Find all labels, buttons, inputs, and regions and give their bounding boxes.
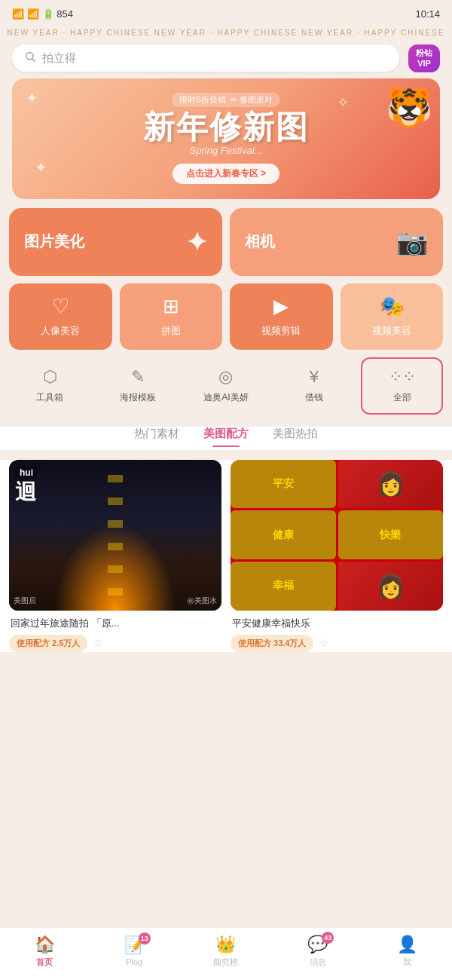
nav-plog[interactable]: 📝 Plog 13 <box>124 936 145 966</box>
card-watermark-right: ㊙美图水 <box>187 596 217 606</box>
portrait-label: 人像美容 <box>41 324 80 338</box>
btn-loan[interactable]: ¥ 借钱 <box>273 357 355 415</box>
btn-poster-template[interactable]: ✎ 海报模板 <box>97 357 179 415</box>
status-bar: 📶 📶 🔋 854 10:14 <box>0 0 452 27</box>
video-beauty-icon: 🎭 <box>380 295 404 318</box>
tiger-decoration: 🐯 <box>386 86 432 130</box>
btn-photo-beauty[interactable]: 图片美化 ✦ <box>9 208 222 276</box>
ticker-text: NEW YEAR · HAPPY CHINESE NEW YEAR · HAPP… <box>8 29 445 37</box>
sparkle-icon-3: ✧ <box>337 93 350 112</box>
vip-badge[interactable]: 粉钻 VIP <box>408 44 440 72</box>
bottom-nav: 🏠 首页 📝 Plog 13 👑 颜究榜 💬 消息 43 👤 我 <box>0 927 452 980</box>
camera-label: 相机 <box>245 231 275 252</box>
btn-camera[interactable]: 相机 📷 <box>230 208 443 276</box>
content-card-1[interactable]: hui 迴 美图后 ㊙美图水 回家过年旅途随拍 「原... 使用配方 2.5万人… <box>9 460 221 652</box>
collage-icon: ⊞ <box>163 295 179 318</box>
nav-home[interactable]: 🏠 首页 <box>35 935 55 968</box>
tab-hot-photo-label: 美图热拍 <box>273 427 318 439</box>
btn-ai-beauty[interactable]: ◎ 迪奥AI美妍 <box>185 357 267 415</box>
poster-label: 海报模板 <box>120 391 156 404</box>
btn-collage[interactable]: ⊞ 拼图 <box>120 283 223 350</box>
nav-profile-label: 我 <box>403 957 411 968</box>
card-image-2: 平安 健康 快樂 幸福 <box>231 460 443 611</box>
time-display: 10:14 <box>415 8 440 20</box>
star-icon-1[interactable]: ☆ <box>93 637 103 649</box>
loan-icon: ¥ <box>310 367 319 387</box>
five-grid: ⬡ 工具箱 ✎ 海报模板 ◎ 迪奥AI美妍 ¥ 借钱 ⁘⁘ 全部 <box>9 357 443 415</box>
sparkle-icon-1: ✦ <box>26 89 38 107</box>
nav-home-label: 首页 <box>36 957 53 968</box>
photo-beauty-icon: ✦ <box>186 227 207 257</box>
banner-promo-text: 限时5折促销 <box>179 94 225 106</box>
ticker-bar: NEW YEAR · HAPPY CHINESE NEW YEAR · HAPP… <box>0 27 452 38</box>
nav-message-label: 消息 <box>310 957 326 968</box>
all-icon: ⁘⁘ <box>389 367 416 387</box>
poster-icon: ✎ <box>131 367 145 387</box>
nav-rank[interactable]: 👑 颜究榜 <box>213 935 238 968</box>
nav-message[interactable]: 💬 消息 43 <box>307 935 328 968</box>
loan-label: 借钱 <box>305 391 323 404</box>
tabs-bar: 热门素材 美图配方 美图热拍 <box>0 427 452 451</box>
ai-beauty-label: 迪奥AI美妍 <box>203 391 248 404</box>
tab-beauty-recipe[interactable]: 美图配方 <box>203 427 249 444</box>
card-meta-2: 使用配方 33.4万人 ☆ <box>231 635 443 652</box>
video-beauty-label: 视频美容 <box>372 324 411 338</box>
banner-edit-text: ✏ 修图派对 <box>231 94 273 106</box>
banner-promo-tag: 限时5折促销 ✏ 修图派对 <box>172 93 279 107</box>
svg-point-0 <box>26 53 33 60</box>
tab-beauty-recipe-label: 美图配方 <box>203 427 249 439</box>
toolbox-label: 工具箱 <box>36 391 63 404</box>
search-icon <box>24 51 36 66</box>
collage-label: 拼图 <box>161 324 181 338</box>
video-edit-label: 视频剪辑 <box>261 324 301 338</box>
tab-hot-material[interactable]: 热门素材 <box>134 427 179 444</box>
status-left: 📶 📶 🔋 854 <box>12 8 73 20</box>
mini-cell-xing-fu: 幸福 <box>231 562 336 611</box>
portrait-icon: ♡ <box>52 295 69 318</box>
nav-profile[interactable]: 👤 我 <box>397 935 417 968</box>
tab-hot-material-label: 热门素材 <box>134 427 179 439</box>
home-icon: 🏠 <box>35 935 55 954</box>
card-label-hui2: 迴 <box>15 478 36 507</box>
mini-cell-kuai-le: 快樂 <box>338 510 444 559</box>
camera-icon: 📷 <box>396 227 428 257</box>
nav-rank-label: 颜究榜 <box>213 957 238 968</box>
plog-badge: 13 <box>139 933 151 945</box>
signal-icon: 📶 <box>12 8 24 20</box>
btn-all[interactable]: ⁘⁘ 全部 <box>361 357 443 415</box>
tab-hot-photo[interactable]: 美图热拍 <box>273 427 318 444</box>
search-input-wrap[interactable]: 拍立得 <box>12 44 399 72</box>
btn-video-beauty[interactable]: 🎭 视频美容 <box>341 283 444 350</box>
content-card-2[interactable]: 平安 健康 快樂 幸福 平安健康幸福快乐 使用配方 33.4万人 ☆ <box>231 460 443 652</box>
rank-icon: 👑 <box>215 935 236 954</box>
mini-cell-person-2 <box>338 562 444 611</box>
four-grid: ♡ 人像美容 ⊞ 拼图 ▶ 视频剪辑 🎭 视频美容 <box>9 283 443 350</box>
star-icon-2[interactable]: ☆ <box>319 637 329 649</box>
grid-section: 图片美化 ✦ 相机 📷 ♡ 人像美容 ⊞ 拼图 ▶ 视频剪辑 🎭 <box>0 208 452 415</box>
btn-toolbox[interactable]: ⬡ 工具箱 <box>9 357 91 415</box>
btn-video-edit[interactable]: ▶ 视频剪辑 <box>230 283 333 350</box>
status-right: 10:14 <box>415 8 440 20</box>
svg-line-1 <box>32 59 35 62</box>
ai-beauty-icon: ◎ <box>218 367 233 387</box>
banner[interactable]: ✦ ✦ ✧ 限时5折促销 ✏ 修图派对 新年修新图 Spring Festiva… <box>12 78 440 199</box>
battery-text: 📶 🔋 854 <box>27 8 73 20</box>
big-grid: 图片美化 ✦ 相机 📷 <box>9 208 443 276</box>
mini-cell-ping-an: 平安 <box>231 460 336 509</box>
toolbox-icon: ⬡ <box>43 367 57 387</box>
use-recipe-btn-1[interactable]: 使用配方 2.5万人 <box>9 635 87 652</box>
all-label: 全部 <box>393 391 411 404</box>
btn-portrait[interactable]: ♡ 人像美容 <box>9 283 112 350</box>
content-section: hui 迴 美图后 ㊙美图水 回家过年旅途随拍 「原... 使用配方 2.5万人… <box>0 460 452 652</box>
banner-subtitle: Spring Festival... <box>190 145 263 156</box>
nav-plog-label: Plog <box>126 957 142 966</box>
use-recipe-btn-2[interactable]: 使用配方 33.4万人 <box>231 635 313 652</box>
message-badge: 43 <box>322 932 334 944</box>
card-watermark-left: 美图后 <box>14 596 36 606</box>
vip-line1: 粉钻 <box>416 47 432 58</box>
search-bar: 拍立得 粉钻 VIP <box>0 38 452 78</box>
photo-beauty-label: 图片美化 <box>24 231 84 252</box>
card-title-1: 回家过年旅途随拍 「原... <box>9 617 221 630</box>
banner-cta-button[interactable]: 点击进入新春专区 > <box>173 164 279 184</box>
content-grid: hui 迴 美图后 ㊙美图水 回家过年旅途随拍 「原... 使用配方 2.5万人… <box>9 460 443 652</box>
